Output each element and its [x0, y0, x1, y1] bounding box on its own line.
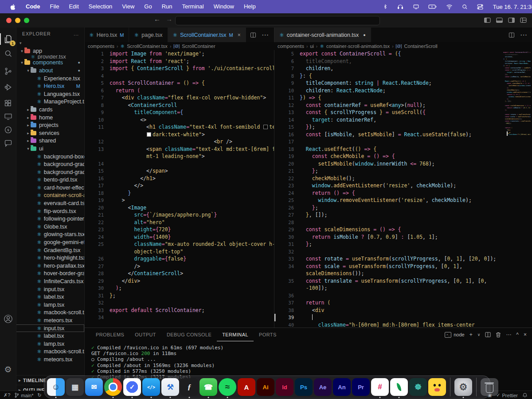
panel-tab-ports[interactable]: PORTS — [254, 328, 282, 341]
editor-more-actions-icon[interactable]: ⋯ — [262, 31, 269, 39]
menu-item-file[interactable]: File — [45, 0, 64, 13]
dock-icon-illustrator[interactable]: Ai — [257, 378, 274, 396]
remote-explorer-icon[interactable] — [3, 111, 13, 122]
dock-icon-mongodb[interactable] — [390, 378, 408, 396]
sync-icon[interactable]: ↻ — [37, 392, 41, 398]
new-terminal-icon[interactable]: + — [469, 332, 473, 338]
close-window-button[interactable] — [6, 18, 12, 23]
editor-more-actions-icon[interactable]: ⋯ — [520, 31, 527, 39]
live-server-icon[interactable] — [3, 124, 13, 135]
dock-icon-chrome[interactable] — [104, 378, 122, 396]
tree-item[interactable]: ▾ui — [16, 145, 84, 153]
tree-item[interactable]: ⚛lamp.tsx — [16, 340, 84, 348]
menu-item-code[interactable]: Code — [21, 0, 45, 13]
customize-layout-icon[interactable] — [520, 17, 527, 23]
split-terminal-icon[interactable] — [485, 332, 491, 337]
tree-item[interactable]: ▾about● — [16, 67, 84, 75]
spotlight-search-icon[interactable] — [462, 4, 468, 10]
menu-item-edit[interactable]: Edit — [64, 0, 83, 13]
dock-icon-acrobat[interactable]: A — [238, 378, 255, 396]
tree-item[interactable]: ⚛hero-parallax.tsx — [16, 262, 84, 270]
editor-tab[interactable]: ⚛container-scroll-animation.tsx● — [274, 28, 371, 42]
tree-item[interactable]: ▸shared — [16, 137, 84, 145]
editor-left[interactable]: 1import Image from 'next/image';2import … — [84, 50, 274, 328]
tree-item[interactable]: ⚛evervault-card.tsx — [16, 199, 84, 207]
tree-item[interactable]: ▸services — [16, 129, 84, 137]
bluetooth-icon[interactable] — [382, 3, 388, 10]
tree-item[interactable]: ⚛background-gradi... — [16, 160, 84, 168]
dock-icon-slack[interactable]: # — [371, 378, 389, 396]
tree-item[interactable]: ▾app — [16, 47, 84, 55]
workspace-chevron-icon[interactable]: ▾ — [20, 41, 22, 45]
tree-item[interactable]: ⚛input.tsx — [16, 324, 84, 332]
screen-mirroring-icon[interactable] — [412, 4, 420, 10]
tree-item[interactable]: ⚛card-hover-effect.... — [16, 184, 84, 192]
breadcrumb-item[interactable]: container-scroll-animation.tsx — [326, 43, 390, 49]
notifications-bell-icon[interactable] — [522, 392, 528, 398]
extensions-icon[interactable] — [3, 98, 13, 108]
breadcrumb-item[interactable]: ScrollContainer — [182, 43, 215, 49]
search-icon[interactable] — [3, 48, 13, 59]
dock-icon-launchpad[interactable]: ▦ — [66, 378, 84, 396]
toggle-secondary-sidebar-icon[interactable] — [508, 17, 515, 23]
tree-item[interactable]: ⚛GradientBg.tsx — [16, 246, 84, 254]
source-control-icon[interactable] — [3, 66, 13, 76]
close-panel-icon[interactable]: × — [524, 332, 527, 338]
dock-icon-animate[interactable]: An — [333, 378, 351, 396]
tree-item[interactable]: ▸home — [16, 114, 84, 122]
tree-item[interactable]: ⚛label.tsx — [16, 293, 84, 301]
dock-icon-trash[interactable] — [481, 378, 498, 396]
tree-item[interactable]: ⚛hero-highlight.tsx — [16, 254, 84, 262]
maximize-panel-icon[interactable]: ^ — [516, 332, 519, 338]
editor-tab[interactable]: ⚛page.tsx — [129, 28, 168, 42]
accounts-icon[interactable] — [3, 313, 13, 324]
tree-item[interactable]: ⚛macbook-scroll.tsx — [16, 309, 84, 317]
headphones-icon[interactable] — [397, 3, 404, 10]
editor-right[interactable]: export const ContainerScroll = ({ titleC… — [274, 50, 532, 328]
split-editor-icon[interactable] — [250, 32, 256, 38]
dock-icon-spotify[interactable]: ≈ — [219, 378, 236, 396]
panel-tab-output[interactable]: OUTPUT — [129, 328, 161, 341]
tree-item[interactable]: ⚛glowing-stars.tsx — [16, 231, 84, 239]
dock-icon-figma[interactable]: ƒ — [180, 378, 198, 396]
dock-icon-xcode[interactable]: ⚒ — [161, 378, 179, 396]
dock-icon-ticktick[interactable]: ✓ — [123, 378, 141, 396]
dock-icon-whatsapp[interactable]: ☎ — [200, 378, 217, 396]
tree-item[interactable]: ⚛following-pointer.tsx — [16, 215, 84, 223]
dock-icon-photoshop[interactable]: Ps — [295, 378, 313, 396]
tree-item[interactable]: ⚛macbook-scroll.tsx — [16, 348, 84, 356]
control-center-icon[interactable] — [477, 4, 484, 10]
nav-back-button[interactable]: ← — [154, 15, 160, 23]
tree-item[interactable]: ⚛background-boxes... — [16, 153, 84, 161]
tree-item[interactable]: ⚛background-gradi... — [16, 168, 84, 176]
menu-item-window[interactable]: Window — [209, 0, 239, 13]
breadcrumb-item[interactable]: ScrollContainer.tsx — [127, 43, 168, 49]
terminal-shell-badge[interactable]: >_node — [445, 332, 464, 338]
split-editor-icon[interactable] — [509, 32, 515, 38]
tree-item[interactable]: ▸projects — [16, 121, 84, 129]
kill-terminal-icon[interactable] — [496, 332, 501, 338]
tree-item[interactable]: ⚛lamp.tsx — [16, 301, 84, 309]
editor-tab[interactable]: ⚛ScrollContainer.tsxM× — [168, 28, 246, 42]
tree-item[interactable]: ▾components● — [16, 59, 84, 67]
menu-item-selection[interactable]: Selection — [84, 0, 117, 13]
tree-item[interactable]: ⚛Hero.tsxM — [16, 82, 84, 90]
settings-gear-icon[interactable]: ⚙ — [3, 364, 13, 375]
dock-icon-premiere[interactable]: Pr — [352, 378, 370, 396]
minimize-window-button[interactable] — [15, 18, 20, 23]
tree-item[interactable]: ⚛google-gemini-eff... — [16, 238, 84, 246]
remote-indicator[interactable]: ✗? — [4, 392, 10, 398]
dock-icon-settings[interactable]: ⚙ — [454, 378, 472, 396]
battery-charging-icon[interactable] — [428, 4, 437, 10]
wifi-icon[interactable] — [446, 4, 453, 10]
apple-menu-icon[interactable] — [10, 3, 16, 11]
tree-item[interactable]: ⚛InfiniteCards.tsx — [16, 277, 84, 285]
minimap[interactable]: export const ContainerScroll = ({ titleC… — [503, 51, 531, 136]
tree-item[interactable]: ⚛provider.tsx — [16, 55, 84, 59]
menu-item-go[interactable]: Go — [139, 0, 156, 13]
dock-icon-cyberduck[interactable] — [428, 378, 446, 396]
run-debug-icon[interactable] — [3, 82, 13, 92]
panel-more-icon[interactable]: ⋯ — [506, 332, 511, 338]
tree-item[interactable]: ⚛Languages.tsx — [16, 90, 84, 98]
toggle-panel-icon[interactable] — [496, 17, 503, 23]
